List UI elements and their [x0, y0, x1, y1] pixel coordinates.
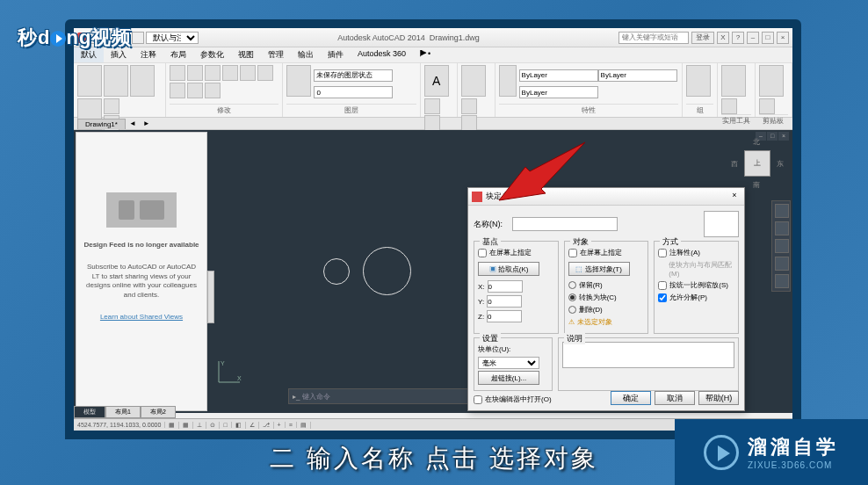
create-block-icon[interactable] [461, 98, 477, 114]
sb-grid-icon[interactable]: ▦ [179, 422, 193, 429]
layer-props-icon[interactable] [286, 65, 311, 97]
maximize-icon[interactable]: □ [762, 32, 774, 44]
nav-wheel-icon[interactable] [775, 204, 789, 218]
measure-icon[interactable] [721, 65, 746, 97]
dim-icon[interactable] [424, 98, 440, 114]
convert-radio[interactable] [568, 293, 576, 301]
lweight-combo[interactable] [598, 69, 677, 82]
tab-parametric[interactable]: 参数化 [193, 47, 231, 62]
trim-icon[interactable] [205, 65, 221, 81]
qat-undo-icon[interactable] [132, 32, 144, 44]
z-input[interactable] [487, 310, 522, 322]
file-tab-1[interactable]: Drawing1* [77, 119, 126, 129]
retain-radio[interactable] [568, 281, 576, 289]
leader-icon[interactable] [424, 115, 440, 131]
nav-show-icon[interactable] [775, 274, 789, 288]
tab-plugins[interactable]: 插件 [321, 47, 351, 62]
block-name-input[interactable] [512, 217, 618, 231]
workspace-combo[interactable]: 默认与注释 [146, 32, 199, 44]
sb-ducs-icon[interactable]: ⎇ [259, 422, 274, 429]
copy-icon[interactable] [222, 65, 238, 81]
cut-icon[interactable] [759, 98, 775, 114]
tab-output[interactable]: 输出 [291, 47, 321, 62]
layout2-tab[interactable]: 布局2 [141, 406, 176, 418]
circle-icon[interactable] [130, 65, 155, 97]
unit-select[interactable]: 毫米 [478, 357, 539, 369]
login-button[interactable]: 登录 [691, 32, 714, 44]
sb-lwt-icon[interactable]: ≡ [286, 422, 297, 428]
rect-icon[interactable] [104, 98, 119, 114]
viewcube-top[interactable]: 上 [744, 150, 770, 177]
layout1-tab[interactable]: 布局1 [105, 406, 141, 418]
open-editor-check[interactable] [474, 395, 482, 404]
sb-snap-icon[interactable]: ▦ [165, 422, 179, 429]
vc-south[interactable]: 南 [753, 180, 760, 190]
delete-radio[interactable] [568, 306, 576, 314]
help-icon[interactable]: ? [732, 32, 744, 44]
fillet-icon[interactable] [257, 65, 273, 81]
help-button[interactable]: 帮助(H) [698, 391, 739, 405]
current-layer[interactable] [314, 86, 393, 98]
base-screen-check[interactable] [478, 249, 487, 257]
ok-button[interactable]: 确定 [611, 391, 651, 405]
tab-layout[interactable]: 布局 [163, 47, 193, 62]
sb-3dosnap-icon[interactable]: ◧ [232, 422, 246, 429]
group-icon[interactable] [686, 65, 711, 97]
sb-otrack-icon[interactable]: ∠ [246, 422, 259, 429]
cancel-button[interactable]: 取消 [655, 391, 695, 405]
search-input[interactable] [618, 32, 689, 44]
move-icon[interactable] [170, 65, 185, 81]
paste-icon[interactable] [759, 65, 784, 97]
tab-nav-right-icon[interactable]: ► [140, 119, 154, 127]
match-props-icon[interactable] [499, 65, 517, 97]
circle-entity-1[interactable] [323, 258, 350, 285]
calc-icon[interactable] [721, 98, 737, 114]
annotative-check[interactable] [658, 249, 667, 257]
edit-block-icon[interactable] [461, 115, 477, 131]
description-input[interactable] [562, 342, 734, 368]
polyline-icon[interactable] [104, 65, 128, 97]
uniform-scale-check[interactable] [658, 281, 667, 290]
sb-tpy-icon[interactable]: ▤ [297, 422, 311, 429]
array-icon[interactable] [205, 83, 221, 98]
exchange-icon[interactable]: X [717, 32, 729, 44]
dialog-close-icon[interactable]: × [728, 191, 741, 203]
dialog-titlebar[interactable]: 块定义 × [468, 188, 744, 206]
ltype-combo[interactable] [519, 86, 598, 98]
circle-entity-2[interactable] [363, 247, 411, 295]
viewcube[interactable]: 上 北 南 东 西 [731, 137, 784, 190]
minimize-icon[interactable]: – [747, 32, 759, 44]
sb-osnap-icon[interactable]: □ [220, 422, 231, 428]
model-space[interactable]: XY 上 北 南 东 西 块定义 × 名称(N): [209, 130, 792, 413]
vc-west[interactable]: 西 [731, 159, 738, 169]
feed-link[interactable]: Learn about Shared Views [100, 313, 183, 321]
nav-pan-icon[interactable] [775, 221, 789, 235]
vc-east[interactable]: 东 [777, 159, 784, 169]
nav-zoom-icon[interactable] [775, 239, 789, 253]
close-icon[interactable]: × [777, 32, 789, 44]
x-input[interactable] [488, 280, 523, 293]
vc-north[interactable]: 北 [753, 137, 760, 147]
select-objects-button[interactable]: ⬚ 选择对象(T) [568, 262, 630, 276]
sb-ortho-icon[interactable]: ⊥ [193, 422, 206, 429]
hyperlink-button[interactable]: 超链接(L)... [478, 371, 539, 385]
rotate-icon[interactable] [187, 65, 203, 81]
color-combo[interactable] [519, 69, 598, 82]
model-tab[interactable]: 模型 [74, 406, 105, 418]
tab-manage[interactable]: 管理 [261, 47, 291, 62]
sb-polar-icon[interactable]: ⊙ [206, 422, 220, 429]
drawing-area[interactable]: –□× Design Feed is no longer available S… [74, 130, 792, 413]
tab-express[interactable]: ⯈• [413, 47, 438, 62]
tab-a360[interactable]: Autodesk 360 [351, 47, 413, 62]
mirror-icon[interactable] [240, 65, 256, 81]
obj-screen-check[interactable] [568, 249, 577, 257]
sb-dyn-icon[interactable]: + [274, 422, 286, 428]
stretch-icon[interactable] [170, 83, 185, 98]
scale-icon[interactable] [187, 83, 203, 98]
tab-view[interactable]: 视图 [231, 47, 261, 62]
insert-block-icon[interactable] [461, 65, 486, 97]
tab-nav-left-icon[interactable]: ◄ [126, 119, 140, 127]
line-icon[interactable] [77, 65, 102, 97]
allow-explode-check[interactable] [658, 293, 667, 302]
y-input[interactable] [487, 295, 522, 308]
